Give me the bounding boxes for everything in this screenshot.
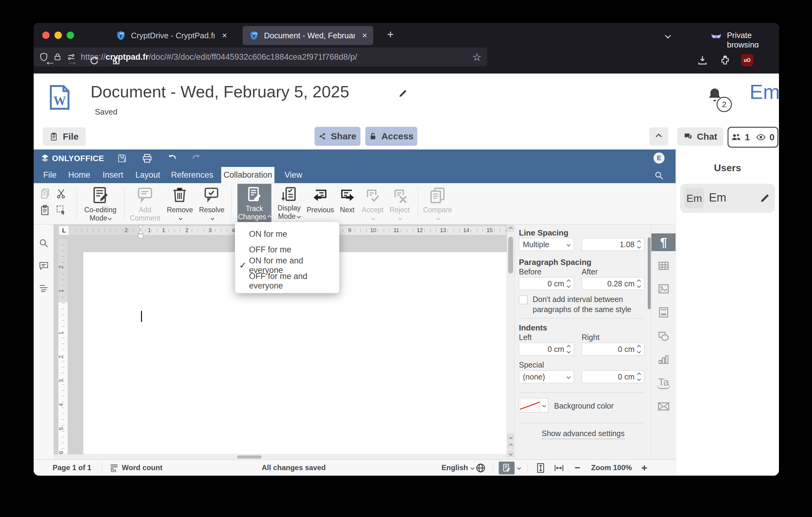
collapse-toolbar-button[interactable] xyxy=(649,128,668,146)
compare-icon[interactable] xyxy=(429,187,446,204)
accept-change-icon[interactable] xyxy=(364,187,381,204)
horizontal-scrollbar[interactable] xyxy=(54,454,507,459)
undo-icon[interactable] xyxy=(167,153,177,164)
indent-right-spinner[interactable]: 0 cm xyxy=(582,343,644,356)
image-settings-tab[interactable] xyxy=(651,280,676,298)
list-tabs-chevron-icon[interactable] xyxy=(666,33,670,39)
next-page-button[interactable] xyxy=(508,450,514,457)
menu-references[interactable]: References xyxy=(171,167,213,183)
menu-view[interactable]: View xyxy=(282,167,305,183)
scrollbar-thumb[interactable] xyxy=(237,456,262,459)
spellcheck-globe-icon[interactable] xyxy=(475,463,486,473)
spinner-arrows[interactable] xyxy=(638,280,640,287)
close-tab-icon[interactable]: × xyxy=(362,31,367,40)
page-indicator[interactable]: Page 1 of 1 xyxy=(53,460,91,475)
spinner-arrows[interactable] xyxy=(567,280,570,287)
shape-settings-tab[interactable] xyxy=(651,327,676,345)
spinner-arrows[interactable] xyxy=(638,346,640,353)
home-button[interactable] xyxy=(111,55,122,66)
reject-change-icon[interactable] xyxy=(392,187,408,204)
chart-settings-tab[interactable] xyxy=(651,351,676,369)
paste-icon[interactable] xyxy=(40,205,51,216)
menu-item-off-for-me[interactable]: OFF for me xyxy=(235,242,339,257)
zoom-out-button[interactable]: − xyxy=(575,460,580,475)
scroll-up-button[interactable] xyxy=(508,225,514,232)
forward-button[interactable]: → xyxy=(67,55,78,68)
select-all-icon[interactable] xyxy=(56,205,67,216)
url-bar[interactable]: https://cryptpad.fr/doc/#/3/doc/edit/ff0… xyxy=(34,48,487,66)
access-button[interactable]: Access xyxy=(365,127,417,146)
office-user-badge[interactable]: E xyxy=(654,153,665,164)
account-name[interactable]: Em xyxy=(750,80,779,104)
word-count-button[interactable]: Word count xyxy=(110,460,163,475)
spinner-arrows[interactable] xyxy=(638,373,640,380)
advanced-settings-link[interactable]: Show advanced settings xyxy=(515,429,651,438)
previous-page-button[interactable] xyxy=(508,442,514,449)
minimize-window-button[interactable] xyxy=(55,31,62,39)
chevron-down-icon[interactable] xyxy=(540,398,548,412)
tab-stop-selector[interactable]: L xyxy=(59,226,69,235)
presence-indicator[interactable]: 1 0 xyxy=(728,127,778,147)
coediting-mode-button[interactable]: Co-editing Mode xyxy=(80,206,120,222)
panel-scrollbar-thumb[interactable] xyxy=(648,237,651,309)
line-spacing-select[interactable]: Multiple xyxy=(519,238,574,251)
document-title[interactable]: Document - Wed, February 5, 2025 xyxy=(91,82,349,101)
menu-home[interactable]: Home xyxy=(65,167,93,183)
reject-button[interactable]: Reject xyxy=(387,206,412,222)
menu-layout[interactable]: Layout xyxy=(133,167,163,183)
add-comment-icon[interactable] xyxy=(137,186,153,203)
remove-comment-icon[interactable] xyxy=(171,186,188,203)
track-changes-button[interactable]: TrackChanges xyxy=(237,184,271,224)
search-icon[interactable] xyxy=(654,171,664,181)
display-mode-icon[interactable] xyxy=(280,186,298,204)
next-button[interactable]: Next xyxy=(337,206,357,214)
bookmark-star-icon[interactable]: ☆ xyxy=(472,51,482,63)
special-select[interactable]: (none) xyxy=(519,370,574,383)
menu-item-on-for-me[interactable]: ON for me xyxy=(235,226,339,242)
previous-button[interactable]: Previous xyxy=(306,206,335,214)
menu-item-off-for-everyone[interactable]: OFF for me and everyone xyxy=(235,273,339,289)
spinner-arrows[interactable] xyxy=(638,241,640,248)
paragraph-settings-tab[interactable]: ¶ xyxy=(651,234,676,251)
back-button[interactable]: ← xyxy=(45,55,56,68)
copy-icon[interactable] xyxy=(40,188,51,199)
spinner-arrows[interactable] xyxy=(567,346,570,353)
menu-item-on-for-everyone[interactable]: ✓ON for me and everyone xyxy=(235,257,339,273)
line-spacing-value-spinner[interactable]: 1.08 xyxy=(582,238,644,251)
save-icon[interactable] xyxy=(117,153,127,164)
menu-file[interactable]: File xyxy=(39,167,61,183)
vertical-ruler[interactable]: 2 1 1 2 3 4 5 6 xyxy=(58,239,68,459)
special-value-spinner[interactable]: 0 cm xyxy=(582,370,644,383)
table-settings-tab[interactable] xyxy=(651,257,676,275)
scroll-down-button[interactable] xyxy=(508,434,514,440)
indent-left-spinner[interactable]: 0 cm xyxy=(519,343,574,356)
header-footer-settings-tab[interactable] xyxy=(651,303,676,321)
resolve-button[interactable]: Resolve xyxy=(194,206,229,222)
spacing-before-spinner[interactable]: 0 cm xyxy=(519,277,574,290)
spacing-after-spinner[interactable]: 0.28 cm xyxy=(582,277,644,290)
next-change-icon[interactable] xyxy=(339,187,356,205)
ublock-origin-button[interactable]: uO xyxy=(741,54,753,66)
user-list-item[interactable]: Em Em xyxy=(680,184,775,213)
menu-insert[interactable]: Insert xyxy=(99,167,127,183)
track-changes-toggle[interactable] xyxy=(499,462,515,474)
find-icon[interactable] xyxy=(38,238,49,248)
display-mode-button[interactable]: DisplayMode xyxy=(276,204,303,220)
print-icon[interactable] xyxy=(142,153,152,164)
edit-name-pencil-icon[interactable] xyxy=(759,192,771,204)
zoom-level[interactable]: Zoom 100% xyxy=(591,460,632,475)
cut-icon[interactable] xyxy=(56,188,67,199)
coediting-mode-icon[interactable] xyxy=(91,186,109,204)
share-button[interactable]: Share xyxy=(315,127,360,146)
compare-button[interactable]: Compare xyxy=(423,206,452,222)
zoom-in-button[interactable]: + xyxy=(641,460,647,475)
tab-document[interactable]: Document - Wed, February 5, 2 × xyxy=(242,26,373,45)
navigation-icon[interactable] xyxy=(38,283,49,294)
language-selector[interactable]: English xyxy=(441,460,474,475)
mail-merge-settings-tab[interactable] xyxy=(651,398,676,415)
reload-button[interactable] xyxy=(89,55,100,66)
close-tab-icon[interactable]: × xyxy=(222,31,227,40)
text-art-settings-tab[interactable]: Ta xyxy=(651,374,676,391)
chat-button[interactable]: Chat xyxy=(677,128,723,146)
new-tab-button[interactable]: + xyxy=(387,28,394,41)
